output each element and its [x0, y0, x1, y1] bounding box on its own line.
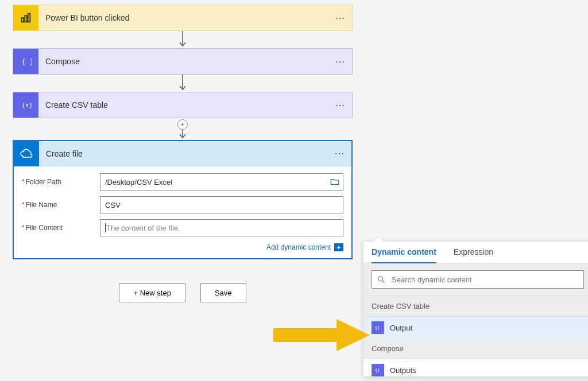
folder-picker-icon[interactable]	[330, 177, 340, 189]
group-compose-header: Compose	[363, 339, 588, 359]
trigger-menu[interactable]: ···	[329, 14, 352, 22]
save-button[interactable]: Save	[200, 283, 246, 302]
data-operation-icon: {}	[372, 364, 384, 376]
compose-menu[interactable]: ···	[329, 57, 352, 66]
dynamic-content-panel: Dynamic content Expression Create CSV ta…	[363, 241, 588, 377]
dynamic-item-label: Output	[390, 324, 412, 332]
svg-text:{}: {}	[375, 325, 380, 331]
csv-menu[interactable]: ···	[329, 101, 352, 110]
file-name-input[interactable]	[100, 196, 343, 213]
createfile-title: Create file	[39, 149, 328, 158]
dynamic-item-label: Outputs	[390, 366, 416, 375]
trigger-title: Power BI button clicked	[38, 13, 329, 22]
svg-line-9	[382, 281, 384, 282]
csv-icon: {▾}	[13, 92, 38, 118]
svg-text:{ }: { }	[22, 57, 32, 65]
arrow-icon	[179, 75, 187, 92]
csv-title: Create CSV table	[38, 100, 329, 110]
dynamic-search[interactable]	[372, 270, 584, 289]
file-content-input[interactable]: The content of the file.	[100, 219, 343, 236]
arrow-icon	[179, 31, 187, 48]
createfile-card: Create file ··· *Folder Path *File Name	[13, 140, 353, 259]
tab-expression[interactable]: Expression	[454, 247, 493, 263]
data-operation-icon: {}	[372, 321, 384, 334]
dynamic-content-icon: +	[334, 243, 343, 251]
filename-label: *File Name	[22, 201, 100, 209]
svg-rect-1	[25, 15, 27, 22]
compose-card[interactable]: { } Compose ···	[13, 48, 353, 75]
compose-icon: { }	[13, 49, 38, 74]
trigger-card[interactable]: Power BI button clicked ···	[13, 5, 353, 31]
folder-label: *Folder Path	[22, 178, 100, 186]
svg-point-8	[378, 277, 383, 281]
svg-text:{}: {}	[375, 368, 380, 373]
filecontent-label: *File Content	[22, 224, 100, 232]
svg-marker-12	[273, 319, 370, 351]
group-csv-header: Create CSV table	[363, 296, 588, 317]
svg-rect-0	[22, 18, 24, 22]
tab-dynamic-content[interactable]: Dynamic content	[372, 247, 436, 263]
svg-rect-2	[28, 14, 30, 22]
add-dynamic-content-link[interactable]: Add dynamic content +	[22, 242, 343, 254]
dynamic-item-outputs[interactable]: {} Outputs	[363, 359, 588, 376]
folder-path-input[interactable]	[100, 173, 343, 190]
dynamic-item-output[interactable]: {} Output	[363, 317, 588, 339]
svg-text:{▾}: {▾}	[22, 102, 32, 109]
compose-title: Compose	[38, 57, 329, 66]
powerbi-icon	[13, 5, 38, 30]
dynamic-search-input[interactable]	[390, 275, 579, 285]
createfile-menu[interactable]: ···	[328, 149, 351, 158]
search-icon	[377, 275, 386, 284]
csv-card[interactable]: {▾} Create CSV table ···	[13, 92, 353, 118]
createfile-header[interactable]: Create file ···	[14, 141, 351, 166]
annotation-arrow-icon	[273, 319, 370, 353]
new-step-button[interactable]: + New step	[119, 283, 185, 302]
insert-step-button[interactable]: +	[177, 119, 188, 130]
onedrive-icon	[14, 141, 39, 166]
